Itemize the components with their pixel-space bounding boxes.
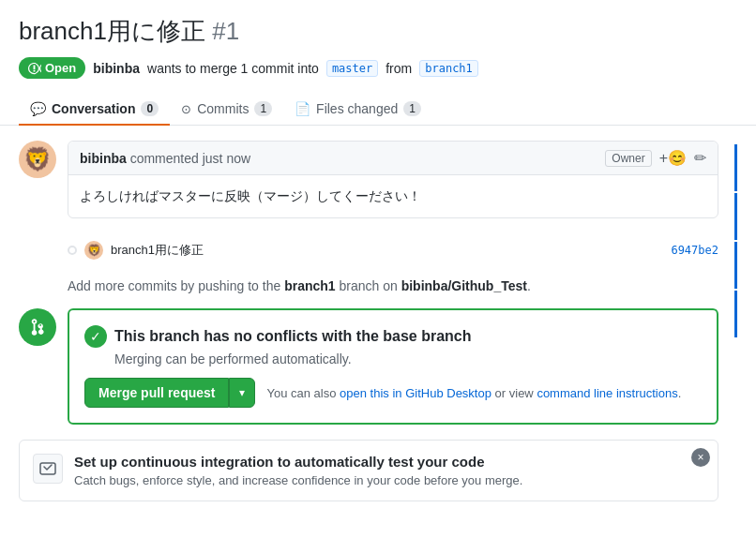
merge-status: ✓ This branch has no conflicts with the … <box>84 325 702 348</box>
merge-note: You can also open this in GitHub Desktop… <box>266 386 681 400</box>
subtitle-author: bibinba <box>93 61 140 76</box>
merge-icon-wrapper <box>19 308 56 346</box>
check-circle-icon: ✓ <box>84 325 107 348</box>
tab-conversation[interactable]: 💬 Conversation 0 <box>19 94 170 126</box>
comment-box: bibinba commented just now Owner +😊 ✏ よろ… <box>68 141 718 218</box>
push-text-before: Add more commits by pushing to the <box>68 278 280 293</box>
scroll-indicator-1 <box>726 144 737 191</box>
owner-badge: Owner <box>605 150 651 167</box>
scroll-indicator-2 <box>726 193 737 240</box>
ci-text: Set up continuous integration to automat… <box>74 454 704 487</box>
merge-note-before: You can also <box>266 386 336 400</box>
from-label: from <box>386 61 412 76</box>
merge-note-middle: or view <box>495 386 534 400</box>
edit-icon[interactable]: ✏ <box>694 149 706 167</box>
subtitle-action: wants to merge 1 commit into <box>147 61 319 76</box>
tab-conversation-count: 0 <box>141 101 159 116</box>
emoji-reaction-icon[interactable]: +😊 <box>659 149 687 167</box>
tabs-bar: 💬 Conversation 0 ⊙ Commits 1 📄 Files cha… <box>0 94 756 126</box>
conversation-icon: 💬 <box>30 101 46 116</box>
merge-actions: Merge pull request ▾ You can also open t… <box>84 378 702 408</box>
ci-svg-icon <box>38 459 57 478</box>
ci-desc: Catch bugs, enforce style, and increase … <box>74 473 704 487</box>
merge-section: ✓ This branch has no conflicts with the … <box>19 308 718 425</box>
avatar: 🦁 <box>19 141 56 178</box>
scroll-indicator-4 <box>726 291 737 337</box>
merge-box: ✓ This branch has no conflicts with the … <box>68 308 718 425</box>
commit-dot <box>68 246 77 255</box>
comment-author: bibinba <box>80 151 127 166</box>
commit-hash: 6947be2 <box>671 244 718 257</box>
merge-btn-group: Merge pull request ▾ <box>84 378 255 408</box>
tab-files-changed[interactable]: 📄 Files changed 1 <box>283 94 432 126</box>
merge-dropdown-button[interactable]: ▾ <box>229 378 255 408</box>
pr-subtitle: Open bibinba wants to merge 1 commit int… <box>19 57 737 79</box>
comment-text: よろしければマスターに反映（マージ）してくーださい！ <box>80 188 421 203</box>
tab-commits-label: Commits <box>197 101 249 116</box>
comment-timestamp: commented just now <box>130 151 250 166</box>
command-line-link[interactable]: command line instructions <box>537 386 677 400</box>
tab-files-count: 1 <box>403 101 421 116</box>
page-header: branch1用に修正 #1 Open bibinba wants to mer… <box>0 0 756 86</box>
merge-icon <box>28 318 47 336</box>
commit-label: branch1用に修正 <box>111 242 204 259</box>
tab-conversation-label: Conversation <box>52 101 135 116</box>
ci-icon <box>33 454 63 484</box>
comment-block: 🦁 bibinba commented just now Owner +😊 ✏ … <box>19 141 718 218</box>
push-text-middle: branch on <box>339 278 397 293</box>
commit-avatar-small: 🦁 <box>84 241 103 260</box>
main-content: 🦁 bibinba commented just now Owner +😊 ✏ … <box>0 126 756 516</box>
scroll-indicator-3 <box>726 242 737 289</box>
right-sidebar <box>726 141 737 501</box>
tab-files-label: Files changed <box>316 101 398 116</box>
push-text-after: . <box>527 278 531 293</box>
merge-pull-request-button[interactable]: Merge pull request <box>84 378 229 408</box>
comment-body: よろしければマスターに反映（マージ）してくーださい！ <box>68 175 718 217</box>
timeline-column: 🦁 bibinba commented just now Owner +😊 ✏ … <box>19 141 718 501</box>
status-badge: Open <box>19 57 85 79</box>
commits-icon: ⊙ <box>181 102 191 116</box>
tab-commits[interactable]: ⊙ Commits 1 <box>170 94 283 126</box>
comment-header-right: Owner +😊 ✏ <box>605 149 706 167</box>
ci-title: Set up continuous integration to automat… <box>74 454 704 470</box>
pr-number: #1 <box>212 17 239 45</box>
ci-close-button[interactable]: × <box>691 448 710 467</box>
merge-title: This branch has no conflicts with the ba… <box>114 328 472 345</box>
ci-section: Set up continuous integration to automat… <box>19 440 718 501</box>
files-icon: 📄 <box>295 101 310 116</box>
push-branch: branch1 <box>284 278 335 293</box>
push-info: Add more commits by pushing to the branc… <box>68 278 718 293</box>
comment-header: bibinba commented just now Owner +😊 ✏ <box>68 142 718 175</box>
merge-note-after: . <box>678 386 682 400</box>
commit-row: 🦁 branch1用に修正 6947be2 <box>68 233 718 267</box>
push-repo: bibinba/Github_Test <box>401 278 527 293</box>
base-branch-tag: master <box>326 60 378 77</box>
merge-subtitle: Merging can be performed automatically. <box>114 351 702 366</box>
head-branch-tag: branch1 <box>419 60 478 77</box>
pr-title-text: branch1用に修正 <box>19 17 205 45</box>
pr-title: branch1用に修正 #1 <box>19 15 737 48</box>
open-github-desktop-link[interactable]: open this in GitHub Desktop <box>340 386 491 400</box>
comment-header-left: bibinba commented just now <box>80 151 250 166</box>
tab-commits-count: 1 <box>254 101 272 116</box>
